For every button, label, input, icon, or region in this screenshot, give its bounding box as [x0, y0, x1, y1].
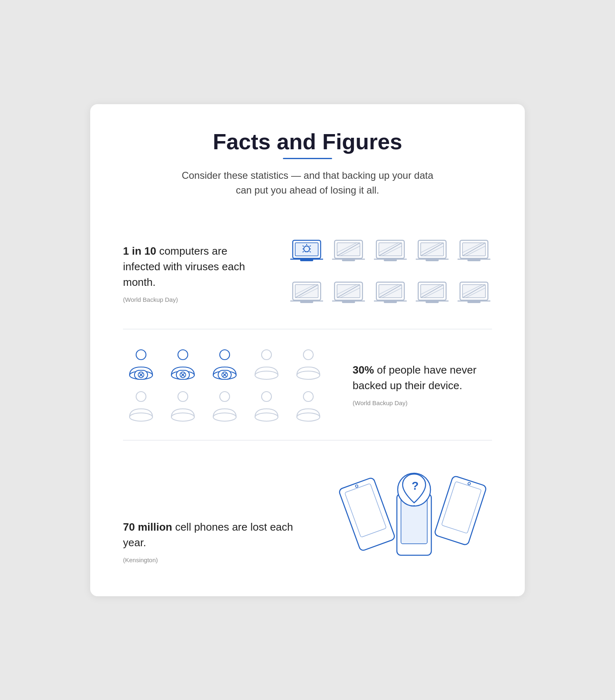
svg-rect-17: [342, 259, 355, 261]
svg-rect-59: [384, 301, 397, 303]
svg-point-108: [297, 413, 320, 421]
svg-point-83: [178, 350, 188, 360]
svg-point-111: [355, 484, 358, 488]
svg-point-100: [130, 413, 153, 421]
people-grid: [123, 346, 326, 424]
main-card: Facts and Figures Consider these statist…: [90, 104, 525, 596]
section-lost-phones: 70 million cell phones are lost each yea…: [123, 440, 492, 568]
svg-point-98: [297, 371, 320, 379]
laptop-icon-4: [414, 235, 450, 271]
laptop-icon-9: [414, 276, 450, 312]
phones-text: 70 million cell phones are lost each yea…: [123, 511, 295, 563]
person-icon-10: [290, 388, 326, 424]
laptops-grid: [289, 235, 492, 312]
svg-point-99: [136, 392, 146, 401]
laptop-icon-2: [330, 235, 367, 271]
page-title: Facts and Figures: [213, 129, 402, 159]
svg-rect-73: [467, 301, 481, 303]
person-icon-3: [207, 346, 243, 382]
svg-point-77: [136, 350, 146, 360]
laptop-icon-highlighted: [289, 235, 325, 271]
svg-point-89: [220, 350, 230, 360]
phones-stat: 70 million cell phones are lost each yea…: [123, 520, 295, 550]
person-icon-4: [248, 346, 285, 382]
section-virus: 1 in 10 computers are infected with viru…: [123, 218, 492, 329]
virus-stat: 1 in 10 computers are infected with viru…: [123, 244, 262, 290]
svg-point-97: [303, 350, 313, 360]
backup-text: 30% of people have never backed up their…: [353, 363, 492, 406]
svg-rect-66: [426, 301, 439, 303]
section-backup: 30% of people have never backed up their…: [123, 329, 492, 440]
svg-point-101: [178, 392, 188, 401]
person-icon-8: [207, 388, 243, 424]
svg-point-103: [220, 392, 230, 401]
person-icon-1: [123, 346, 159, 382]
laptop-icon-3: [372, 235, 408, 271]
laptop-icon-10: [456, 276, 492, 312]
virus-source: (World Backup Day): [123, 296, 262, 303]
svg-point-105: [262, 392, 271, 401]
virus-text: 1 in 10 computers are infected with viru…: [123, 244, 262, 303]
laptop-icon-7: [330, 276, 367, 312]
person-icon-7: [165, 388, 201, 424]
svg-rect-3: [300, 259, 313, 261]
lost-phones-illustration: ?: [336, 457, 492, 563]
laptop-icon-5: [456, 235, 492, 271]
person-icon-5: [290, 346, 326, 382]
svg-rect-52: [342, 301, 355, 303]
svg-point-95: [262, 350, 271, 360]
svg-point-114: [468, 482, 471, 485]
header-section: Facts and Figures Consider these statist…: [123, 129, 492, 198]
phones-source: (Kensington): [123, 556, 295, 563]
svg-point-107: [303, 392, 313, 401]
svg-rect-38: [467, 259, 481, 261]
svg-rect-31: [426, 259, 439, 261]
page-subtitle: Consider these statistics — and that bac…: [180, 168, 435, 198]
svg-rect-24: [384, 259, 397, 261]
svg-rect-45: [300, 301, 313, 303]
svg-point-102: [171, 413, 194, 421]
svg-text:?: ?: [412, 479, 419, 492]
svg-point-106: [255, 413, 278, 421]
svg-rect-110: [345, 483, 387, 537]
person-icon-2: [165, 346, 201, 382]
laptop-icon-8: [372, 276, 408, 312]
svg-rect-113: [442, 481, 481, 533]
person-icon-6: [123, 388, 159, 424]
person-icon-9: [248, 388, 285, 424]
svg-point-104: [213, 413, 236, 421]
laptop-icon-6: [289, 276, 325, 312]
backup-stat: 30% of people have never backed up their…: [353, 363, 492, 393]
svg-point-96: [255, 371, 278, 379]
backup-source: (World Backup Day): [353, 399, 492, 406]
